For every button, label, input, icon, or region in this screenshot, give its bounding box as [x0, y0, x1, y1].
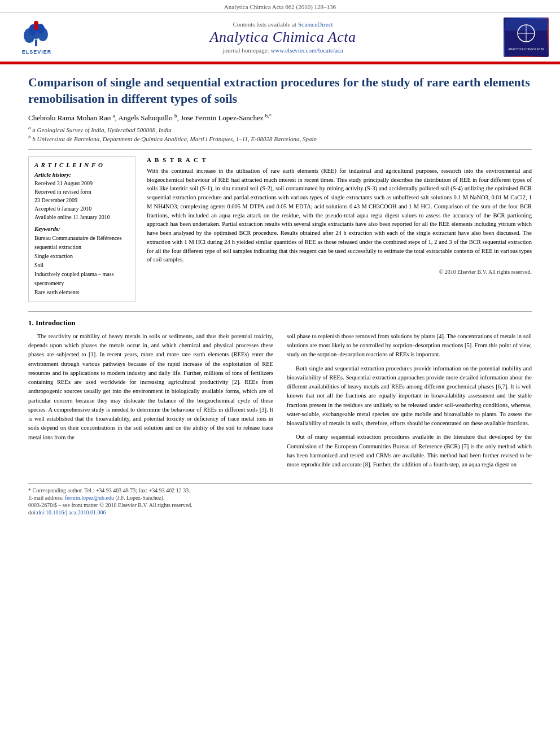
authors-line: Chebrolu Rama Mohan Rao a, Angels Sahuqu…: [28, 112, 532, 122]
sciencedirect-line: Contents lists available at ScienceDirec…: [68, 21, 498, 28]
abstract-col: A B S T R A C T With the continual incre…: [147, 156, 532, 302]
contents-text: Contents lists available at: [233, 21, 296, 28]
intro-para-r3: Out of many sequential extraction proced…: [287, 433, 532, 469]
divider-top: [28, 149, 532, 150]
intro-para-r1: soil phase to replenish those removed fr…: [287, 332, 532, 360]
svg-point-6: [34, 21, 38, 25]
elsevier-wordmark: ELSEVIER: [22, 49, 52, 55]
keyword-5: Rare earth elements: [34, 288, 129, 297]
received-revised-label: Received in revised form: [34, 187, 129, 196]
article-dates: Received 31 August 2009 Received in revi…: [34, 179, 129, 221]
homepage-line: journal homepage: www.elsevier.com/locat…: [68, 47, 498, 54]
article-info-title: A R T I C L E I N F O: [34, 161, 129, 168]
intro-para-1: The reactivity or mobility of heavy meta…: [28, 332, 273, 442]
available-date: Available online 11 January 2010: [34, 213, 129, 221]
homepage-url[interactable]: www.elsevier.com/locate/aca: [270, 47, 343, 54]
divider-mid: [28, 311, 532, 312]
email-attribution: (J.F. Lopez-Sanchez).: [115, 495, 164, 501]
email-note: E-mail address: fermin.lopez@ub.edu (J.F…: [28, 495, 532, 501]
analytica-logo-icon: ANALYTICA CHIMICA ACTA: [505, 19, 548, 56]
intro-section-title: 1. Introduction: [28, 318, 532, 327]
article-title: Comparison of single and sequential extr…: [28, 75, 532, 107]
citation-text: Analytica Chimica Acta 662 (2010) 128–13…: [224, 3, 336, 10]
svg-rect-0: [35, 40, 37, 46]
top-bar: Analytica Chimica Acta 662 (2010) 128–13…: [0, 0, 560, 13]
abstract-text: With the continual increase in the utili…: [147, 167, 532, 264]
issn-note: 0003-2670/$ – see front matter © 2010 El…: [28, 502, 532, 508]
footnotes: * Corresponding author. Tel.: +34 93 403…: [28, 483, 532, 516]
svg-point-5: [37, 24, 45, 34]
elsevier-logo: ELSEVIER: [11, 19, 62, 56]
intro-col-left: The reactivity or mobility of heavy meta…: [28, 332, 273, 474]
email-link[interactable]: fermin.lopez@ub.edu: [65, 495, 114, 501]
analytica-logo: ANALYTICA CHIMICA ACTA: [504, 18, 549, 57]
received-date: Received 31 August 2009: [34, 179, 129, 187]
history-title: Article history:: [34, 172, 129, 178]
keyword-1: Bureau Communautaire de Référencessequen…: [34, 234, 129, 252]
homepage-label: journal homepage:: [222, 47, 269, 54]
journal-title: Analytica Chimica Acta: [68, 29, 498, 46]
doi-note: doi:doi:10.1016/j.aca.2010.01.006: [28, 509, 532, 516]
article-info-abstract-section: A R T I C L E I N F O Article history: R…: [28, 156, 532, 302]
accepted-date: Accepted 6 January 2010: [34, 204, 129, 213]
affiliations: a a Geological Survey of India, Hyderaba…: [28, 125, 532, 142]
intro-col-right: soil phase to replenish those removed fr…: [287, 332, 532, 474]
article-info-box: A R T I C L E I N F O Article history: R…: [28, 156, 135, 302]
elsevier-tree-icon: [17, 20, 56, 48]
section-label: Introduction: [36, 318, 76, 327]
sciencedirect-link[interactable]: ScienceDirect: [298, 21, 333, 28]
affiliation-a: a a Geological Survey of India, Hyderaba…: [28, 125, 532, 133]
keywords-list: Bureau Communautaire de Référencessequen…: [34, 234, 129, 297]
keywords-title: Keywords:: [34, 226, 129, 232]
keyword-2: Single extraction: [34, 252, 129, 261]
journal-center-info: Contents lists available at ScienceDirec…: [68, 21, 498, 54]
doi-link[interactable]: doi:10.1016/j.aca.2010.01.006: [37, 509, 106, 516]
section-number: 1.: [28, 318, 34, 327]
main-content: Comparison of single and sequential extr…: [0, 64, 560, 528]
keyword-4: Inductively coupled plasma – massspectro…: [34, 270, 129, 288]
keyword-3: Soil: [34, 261, 129, 270]
intro-body: The reactivity or mobility of heavy meta…: [28, 332, 532, 474]
abstract-title: A B S T R A C T: [147, 156, 532, 163]
affiliation-b: b b Universitat de Barcelona, Department…: [28, 134, 532, 142]
authors-text: Chebrolu Rama Mohan Rao a, Angels Sahuqu…: [28, 113, 272, 122]
corresponding-note: * Corresponding author. Tel.: +34 93 403…: [28, 487, 532, 493]
journal-header: ELSEVIER Contents lists available at Sci…: [0, 13, 560, 63]
copyright-text: © 2010 Elsevier B.V. All rights reserved…: [147, 269, 532, 275]
intro-para-r2: Both single and sequential extraction pr…: [287, 364, 532, 429]
received-revised-date: 23 December 2009: [34, 196, 129, 204]
svg-rect-7: [34, 25, 38, 30]
svg-text:ANALYTICA CHIMICA ACTA: ANALYTICA CHIMICA ACTA: [508, 47, 544, 51]
